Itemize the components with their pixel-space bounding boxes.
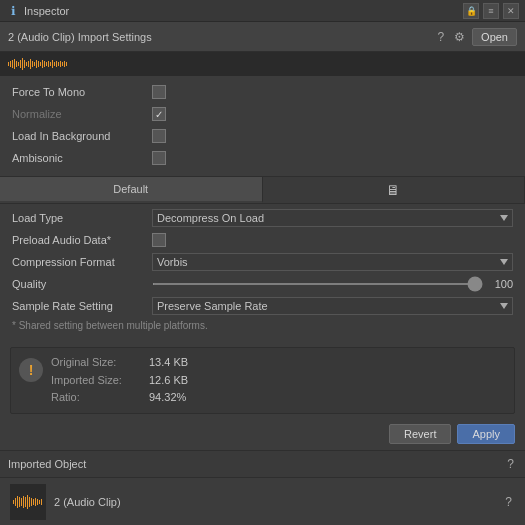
force-to-mono-checkbox[interactable] [152, 85, 166, 99]
normalize-checkbox[interactable] [152, 107, 166, 121]
force-to-mono-value [152, 85, 513, 99]
open-button[interactable]: Open [472, 28, 517, 46]
imported-size-label: Imported Size: [51, 372, 141, 390]
imported-clip-name: 2 (Audio Clip) [54, 496, 121, 508]
tab-monitor[interactable]: 🖥 [263, 177, 526, 203]
svg-rect-35 [23, 496, 24, 508]
svg-rect-40 [33, 499, 34, 505]
quality-value: 100 [489, 278, 513, 290]
title-bar-label: Inspector [24, 5, 69, 17]
imported-object-title: Imported Object [8, 458, 504, 470]
svg-rect-39 [31, 498, 32, 506]
force-to-mono-label: Force To Mono [12, 86, 152, 98]
svg-rect-12 [32, 61, 33, 67]
load-type-field: Decompress On Load Compressed In Memory … [152, 209, 513, 227]
original-size-label: Original Size: [51, 354, 141, 372]
settings-button[interactable]: ⚙ [451, 28, 468, 46]
audio-clip-waveform [13, 492, 43, 512]
sample-rate-label: Sample Rate Setting [12, 300, 152, 312]
sample-rate-dropdown[interactable]: Preserve Sample Rate Optimize Sample Rat… [152, 297, 513, 315]
ambisonic-label: Ambisonic [12, 152, 152, 164]
imported-object-header: Imported Object ? [0, 450, 525, 478]
shared-note: * Shared setting between multiple platfo… [12, 318, 513, 335]
svg-rect-27 [62, 62, 63, 66]
svg-rect-10 [28, 61, 29, 67]
svg-rect-20 [48, 61, 49, 67]
svg-rect-26 [60, 61, 61, 67]
load-in-background-value [152, 129, 513, 143]
imported-item-help-button[interactable]: ? [502, 493, 515, 511]
svg-rect-36 [25, 497, 26, 507]
ambisonic-value [152, 151, 513, 165]
compression-format-field: Vorbis PCM ADPCM MP3 [152, 253, 513, 271]
load-in-background-checkbox[interactable] [152, 129, 166, 143]
normalize-label: Normalize [12, 108, 152, 120]
preload-audio-value [152, 233, 513, 247]
menu-button[interactable]: ≡ [483, 3, 499, 19]
force-to-mono-row: Force To Mono [12, 82, 513, 102]
svg-rect-4 [16, 61, 17, 67]
svg-rect-8 [24, 60, 25, 68]
svg-rect-30 [13, 500, 14, 504]
help-button[interactable]: ? [434, 28, 447, 46]
load-type-row: Load Type Decompress On Load Compressed … [12, 208, 513, 228]
platform-settings: Load Type Decompress On Load Compressed … [0, 204, 525, 341]
compression-format-dropdown[interactable]: Vorbis PCM ADPCM MP3 [152, 253, 513, 271]
ratio-row: Ratio: 94.32% [51, 389, 188, 407]
normalize-row: Normalize [12, 104, 513, 124]
revert-button[interactable]: Revert [389, 424, 451, 444]
svg-rect-42 [37, 499, 38, 505]
svg-rect-43 [39, 500, 40, 504]
svg-rect-11 [30, 59, 31, 69]
quality-label: Quality [12, 278, 152, 290]
ratio-value: 94.32% [149, 389, 186, 407]
svg-rect-15 [38, 61, 39, 67]
svg-rect-28 [64, 61, 65, 67]
imported-size-row: Imported Size: 12.6 KB [51, 372, 188, 390]
bottom-actions: Revert Apply [0, 420, 525, 450]
svg-rect-22 [52, 60, 53, 68]
load-type-label: Load Type [12, 212, 152, 224]
imported-actions: ? [502, 493, 515, 511]
lock-button[interactable]: 🔒 [463, 3, 479, 19]
apply-button[interactable]: Apply [457, 424, 515, 444]
close-button[interactable]: ✕ [503, 3, 519, 19]
title-bar: ℹ Inspector 🔒 ≡ ✕ [0, 0, 525, 22]
svg-rect-25 [58, 62, 59, 66]
svg-rect-2 [12, 60, 13, 68]
section-title: 2 (Audio Clip) Import Settings [8, 31, 434, 43]
svg-rect-24 [56, 61, 57, 67]
svg-rect-16 [40, 62, 41, 66]
load-type-dropdown[interactable]: Decompress On Load Compressed In Memory … [152, 209, 513, 227]
svg-rect-0 [8, 62, 9, 66]
ambisonic-row: Ambisonic [12, 148, 513, 168]
original-size-value: 13.4 KB [149, 354, 188, 372]
preload-audio-row: Preload Audio Data* [12, 230, 513, 250]
file-info-table: Original Size: 13.4 KB Imported Size: 12… [51, 354, 188, 407]
svg-rect-23 [54, 62, 55, 66]
quality-slider[interactable] [152, 283, 483, 285]
preload-audio-checkbox[interactable] [152, 233, 166, 247]
svg-rect-5 [18, 62, 19, 66]
svg-rect-37 [27, 495, 28, 509]
svg-rect-14 [36, 60, 37, 68]
svg-rect-21 [50, 62, 51, 66]
monitor-icon: 🖥 [386, 182, 400, 198]
audio-clip-thumbnail [10, 484, 46, 520]
inspector-icon: ℹ [6, 4, 20, 18]
svg-rect-41 [35, 498, 36, 506]
ambisonic-checkbox[interactable] [152, 151, 166, 165]
quality-row: Quality 100 [12, 274, 513, 294]
normalize-value [152, 107, 513, 121]
svg-rect-44 [41, 499, 42, 505]
imported-object-item: 2 (Audio Clip) ? [0, 478, 525, 525]
tab-default-label: Default [113, 183, 148, 195]
platform-tabs: Default 🖥 [0, 177, 525, 204]
tab-default[interactable]: Default [0, 177, 263, 203]
preload-audio-label: Preload Audio Data* [12, 234, 152, 246]
svg-rect-19 [46, 62, 47, 66]
svg-rect-1 [10, 61, 11, 67]
quality-slider-wrap: 100 [152, 278, 513, 290]
imported-help-button[interactable]: ? [504, 455, 517, 473]
original-size-row: Original Size: 13.4 KB [51, 354, 188, 372]
